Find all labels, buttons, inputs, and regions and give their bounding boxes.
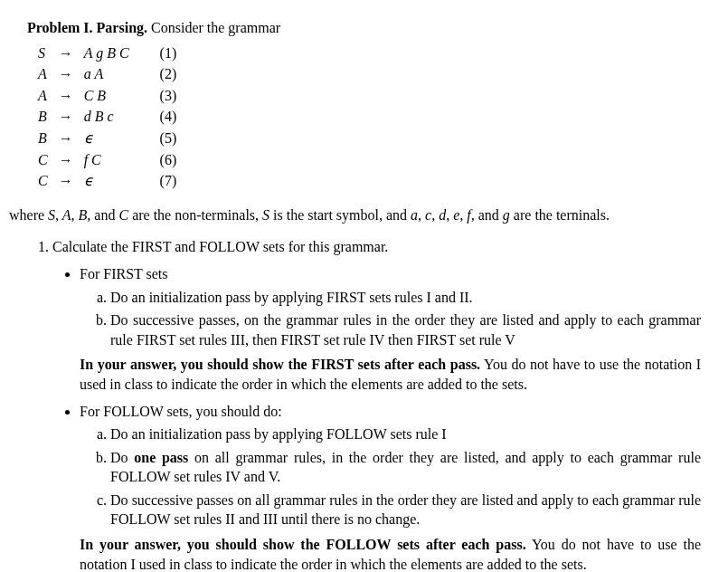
grammar-row: C→ϵ(7)	[33, 171, 182, 193]
follow-step-c: Do successive passes on all grammar rule…	[110, 491, 701, 529]
problem-title: Problem I. Parsing. Consider the grammar	[27, 18, 701, 38]
first-head: For FIRST sets	[80, 266, 168, 281]
problem-label: Problem I. Parsing.	[27, 20, 147, 35]
first-note: In your answer, you should show the FIRS…	[80, 355, 701, 394]
grammar-row: A→C B(3)	[33, 86, 182, 108]
follow-step-b: Do one pass on all grammar rules, in the…	[110, 448, 701, 487]
follow-step-a: Do an initialization pass by applying FO…	[110, 424, 701, 444]
grammar-row: A→a A(2)	[33, 64, 182, 86]
task-list: Calculate the FIRST and FOLLOW sets for …	[33, 237, 701, 572]
grammar-row: B→ϵ(5)	[33, 129, 182, 150]
problem-tail: Consider the grammar	[147, 20, 280, 35]
follow-head: For FOLLOW sets, you should do:	[80, 404, 282, 419]
grammar-row: S→A g B C(1)	[33, 43, 182, 65]
grammar-row: B→d B c(4)	[33, 107, 182, 129]
first-step-b: Do successive passes, on the grammar rul…	[110, 310, 701, 349]
grammar-table: S→A g B C(1)A→a A(2)A→C B(3)B→d B c(4)B→…	[33, 43, 182, 193]
first-steps: Do an initialization pass by applying FI…	[92, 288, 701, 350]
task-1: Calculate the FIRST and FOLLOW sets for …	[52, 237, 701, 572]
follow-section: For FOLLOW sets, you should do: Do an in…	[80, 402, 701, 573]
follow-note-bold: In your answer, you should show the FOLL…	[80, 537, 526, 552]
follow-steps: Do an initialization pass by applying FO…	[92, 424, 701, 529]
grammar-row: C→f C(6)	[33, 150, 182, 172]
first-note-bold: In your answer, you should show the FIRS…	[80, 357, 480, 372]
where-line: where S, A, B, and C are the non-termina…	[9, 205, 701, 225]
task-1-text: Calculate the FIRST and FOLLOW sets for …	[52, 239, 388, 254]
first-step-a: Do an initialization pass by applying FI…	[110, 288, 701, 308]
subtask-bullets: For FIRST sets Do an initialization pass…	[63, 264, 701, 572]
first-section: For FIRST sets Do an initialization pass…	[80, 264, 701, 395]
follow-note: In your answer, you should show the FOLL…	[80, 535, 701, 572]
